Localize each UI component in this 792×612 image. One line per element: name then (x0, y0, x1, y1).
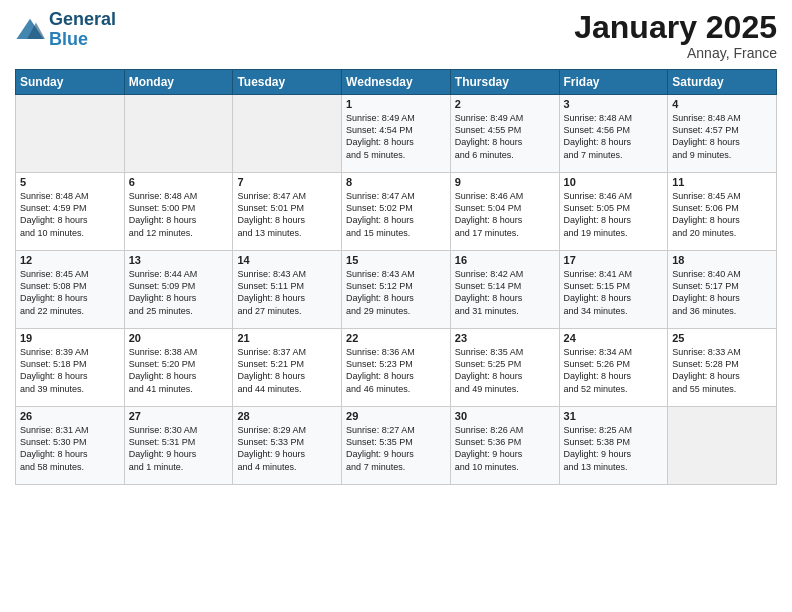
day-cell (668, 407, 777, 485)
day-number: 17 (564, 254, 664, 266)
day-cell: 13Sunrise: 8:44 AM Sunset: 5:09 PM Dayli… (124, 251, 233, 329)
day-info: Sunrise: 8:44 AM Sunset: 5:09 PM Dayligh… (129, 268, 229, 317)
day-number: 14 (237, 254, 337, 266)
day-cell (124, 95, 233, 173)
logo-line2: Blue (49, 30, 116, 50)
day-info: Sunrise: 8:47 AM Sunset: 5:02 PM Dayligh… (346, 190, 446, 239)
day-header-monday: Monday (124, 70, 233, 95)
title-block: January 2025 Annay, France (574, 10, 777, 61)
logo-icon (15, 15, 45, 45)
day-number: 26 (20, 410, 120, 422)
day-info: Sunrise: 8:49 AM Sunset: 4:54 PM Dayligh… (346, 112, 446, 161)
day-cell: 18Sunrise: 8:40 AM Sunset: 5:17 PM Dayli… (668, 251, 777, 329)
day-number: 28 (237, 410, 337, 422)
day-number: 19 (20, 332, 120, 344)
day-cell: 15Sunrise: 8:43 AM Sunset: 5:12 PM Dayli… (342, 251, 451, 329)
day-info: Sunrise: 8:48 AM Sunset: 5:00 PM Dayligh… (129, 190, 229, 239)
day-header-wednesday: Wednesday (342, 70, 451, 95)
day-cell: 2Sunrise: 8:49 AM Sunset: 4:55 PM Daylig… (450, 95, 559, 173)
logo: General Blue (15, 10, 116, 50)
header-row: SundayMondayTuesdayWednesdayThursdayFrid… (16, 70, 777, 95)
day-number: 7 (237, 176, 337, 188)
month-title: January 2025 (574, 10, 777, 45)
week-row-4: 26Sunrise: 8:31 AM Sunset: 5:30 PM Dayli… (16, 407, 777, 485)
day-number: 29 (346, 410, 446, 422)
day-info: Sunrise: 8:31 AM Sunset: 5:30 PM Dayligh… (20, 424, 120, 473)
day-number: 13 (129, 254, 229, 266)
day-number: 6 (129, 176, 229, 188)
day-cell: 19Sunrise: 8:39 AM Sunset: 5:18 PM Dayli… (16, 329, 125, 407)
day-info: Sunrise: 8:42 AM Sunset: 5:14 PM Dayligh… (455, 268, 555, 317)
day-cell: 24Sunrise: 8:34 AM Sunset: 5:26 PM Dayli… (559, 329, 668, 407)
logo-text: General Blue (49, 10, 116, 50)
day-number: 5 (20, 176, 120, 188)
day-number: 23 (455, 332, 555, 344)
day-info: Sunrise: 8:39 AM Sunset: 5:18 PM Dayligh… (20, 346, 120, 395)
day-number: 22 (346, 332, 446, 344)
day-header-sunday: Sunday (16, 70, 125, 95)
day-number: 27 (129, 410, 229, 422)
day-info: Sunrise: 8:49 AM Sunset: 4:55 PM Dayligh… (455, 112, 555, 161)
day-number: 31 (564, 410, 664, 422)
day-cell (233, 95, 342, 173)
day-cell: 30Sunrise: 8:26 AM Sunset: 5:36 PM Dayli… (450, 407, 559, 485)
week-row-0: 1Sunrise: 8:49 AM Sunset: 4:54 PM Daylig… (16, 95, 777, 173)
day-cell: 27Sunrise: 8:30 AM Sunset: 5:31 PM Dayli… (124, 407, 233, 485)
day-cell: 14Sunrise: 8:43 AM Sunset: 5:11 PM Dayli… (233, 251, 342, 329)
day-header-tuesday: Tuesday (233, 70, 342, 95)
day-info: Sunrise: 8:37 AM Sunset: 5:21 PM Dayligh… (237, 346, 337, 395)
day-cell: 29Sunrise: 8:27 AM Sunset: 5:35 PM Dayli… (342, 407, 451, 485)
day-cell: 25Sunrise: 8:33 AM Sunset: 5:28 PM Dayli… (668, 329, 777, 407)
day-cell: 22Sunrise: 8:36 AM Sunset: 5:23 PM Dayli… (342, 329, 451, 407)
day-info: Sunrise: 8:43 AM Sunset: 5:12 PM Dayligh… (346, 268, 446, 317)
day-info: Sunrise: 8:29 AM Sunset: 5:33 PM Dayligh… (237, 424, 337, 473)
day-cell: 6Sunrise: 8:48 AM Sunset: 5:00 PM Daylig… (124, 173, 233, 251)
day-cell: 7Sunrise: 8:47 AM Sunset: 5:01 PM Daylig… (233, 173, 342, 251)
calendar-table: SundayMondayTuesdayWednesdayThursdayFrid… (15, 69, 777, 485)
calendar-page: General Blue January 2025 Annay, France … (0, 0, 792, 612)
day-info: Sunrise: 8:25 AM Sunset: 5:38 PM Dayligh… (564, 424, 664, 473)
day-number: 3 (564, 98, 664, 110)
day-number: 24 (564, 332, 664, 344)
day-number: 9 (455, 176, 555, 188)
day-cell (16, 95, 125, 173)
day-cell: 9Sunrise: 8:46 AM Sunset: 5:04 PM Daylig… (450, 173, 559, 251)
day-cell: 5Sunrise: 8:48 AM Sunset: 4:59 PM Daylig… (16, 173, 125, 251)
day-info: Sunrise: 8:48 AM Sunset: 4:57 PM Dayligh… (672, 112, 772, 161)
day-cell: 21Sunrise: 8:37 AM Sunset: 5:21 PM Dayli… (233, 329, 342, 407)
day-number: 20 (129, 332, 229, 344)
day-info: Sunrise: 8:45 AM Sunset: 5:08 PM Dayligh… (20, 268, 120, 317)
day-info: Sunrise: 8:36 AM Sunset: 5:23 PM Dayligh… (346, 346, 446, 395)
day-cell: 17Sunrise: 8:41 AM Sunset: 5:15 PM Dayli… (559, 251, 668, 329)
day-cell: 10Sunrise: 8:46 AM Sunset: 5:05 PM Dayli… (559, 173, 668, 251)
day-info: Sunrise: 8:35 AM Sunset: 5:25 PM Dayligh… (455, 346, 555, 395)
day-cell: 8Sunrise: 8:47 AM Sunset: 5:02 PM Daylig… (342, 173, 451, 251)
day-cell: 4Sunrise: 8:48 AM Sunset: 4:57 PM Daylig… (668, 95, 777, 173)
day-number: 1 (346, 98, 446, 110)
day-cell: 26Sunrise: 8:31 AM Sunset: 5:30 PM Dayli… (16, 407, 125, 485)
header: General Blue January 2025 Annay, France (15, 10, 777, 61)
day-info: Sunrise: 8:47 AM Sunset: 5:01 PM Dayligh… (237, 190, 337, 239)
day-number: 18 (672, 254, 772, 266)
day-number: 15 (346, 254, 446, 266)
day-cell: 12Sunrise: 8:45 AM Sunset: 5:08 PM Dayli… (16, 251, 125, 329)
logo-line1: General (49, 10, 116, 30)
day-number: 8 (346, 176, 446, 188)
day-info: Sunrise: 8:26 AM Sunset: 5:36 PM Dayligh… (455, 424, 555, 473)
day-info: Sunrise: 8:46 AM Sunset: 5:05 PM Dayligh… (564, 190, 664, 239)
day-header-thursday: Thursday (450, 70, 559, 95)
day-number: 11 (672, 176, 772, 188)
day-number: 2 (455, 98, 555, 110)
day-cell: 16Sunrise: 8:42 AM Sunset: 5:14 PM Dayli… (450, 251, 559, 329)
day-info: Sunrise: 8:33 AM Sunset: 5:28 PM Dayligh… (672, 346, 772, 395)
day-header-friday: Friday (559, 70, 668, 95)
day-number: 16 (455, 254, 555, 266)
day-cell: 23Sunrise: 8:35 AM Sunset: 5:25 PM Dayli… (450, 329, 559, 407)
day-info: Sunrise: 8:27 AM Sunset: 5:35 PM Dayligh… (346, 424, 446, 473)
day-cell: 28Sunrise: 8:29 AM Sunset: 5:33 PM Dayli… (233, 407, 342, 485)
week-row-1: 5Sunrise: 8:48 AM Sunset: 4:59 PM Daylig… (16, 173, 777, 251)
day-cell: 1Sunrise: 8:49 AM Sunset: 4:54 PM Daylig… (342, 95, 451, 173)
day-info: Sunrise: 8:48 AM Sunset: 4:56 PM Dayligh… (564, 112, 664, 161)
day-number: 4 (672, 98, 772, 110)
day-cell: 11Sunrise: 8:45 AM Sunset: 5:06 PM Dayli… (668, 173, 777, 251)
